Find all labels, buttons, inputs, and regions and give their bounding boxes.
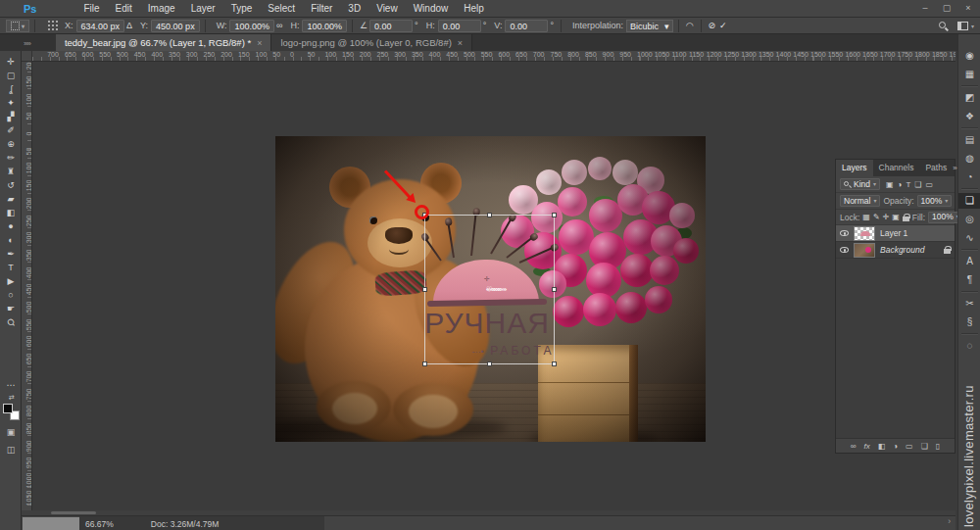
new-layer-icon[interactable]: ❏	[921, 442, 928, 451]
vertical-ruler[interactable]: 2001501005005010015020025030035040045050…	[22, 62, 32, 514]
lock-all-icon[interactable]	[903, 217, 909, 221]
filter-smart-objects-icon[interactable]: ▭	[926, 180, 934, 189]
transform-handle-bottom-middle[interactable]	[487, 361, 492, 366]
edit-toolbar-icon[interactable]: ⋯	[0, 380, 22, 390]
quick-selection-tool[interactable]: ✦	[0, 96, 22, 110]
canvas-image[interactable]: ✛ ···»»»» ♡ ««««··· РУЧНАЯ -··• РАБОТА •…	[275, 136, 706, 442]
blend-mode-dropdown[interactable]: Normal▾	[840, 195, 880, 207]
marquee-tool[interactable]: ▢	[0, 69, 22, 82]
transform-handle-top-right[interactable]	[552, 213, 557, 217]
lock-transparency-icon[interactable]: ▦	[862, 213, 870, 221]
shape-tool[interactable]: ○	[0, 288, 22, 302]
rotation-field[interactable]: 0.00	[369, 20, 413, 32]
lasso-tool[interactable]: ʆ	[0, 82, 22, 96]
zoom-level-field[interactable]: 66.67%	[85, 519, 114, 529]
transform-bounding-box[interactable]	[424, 215, 555, 364]
menu-image[interactable]: Image	[140, 0, 183, 17]
delete-layer-icon[interactable]: ▯	[936, 442, 940, 451]
tab-layers[interactable]: Layers	[836, 160, 873, 176]
dodge-tool[interactable]: ◐	[0, 233, 22, 247]
filter-adjustment-layers-icon[interactable]: ◑	[898, 180, 903, 189]
layer-row-background[interactable]: Background	[836, 242, 955, 259]
blur-tool[interactable]: ●	[0, 219, 22, 233]
crop-tool[interactable]: ▞	[0, 110, 22, 123]
type-tool[interactable]: T	[0, 261, 22, 274]
menu-view[interactable]: View	[368, 0, 406, 17]
path-selection-tool[interactable]: ▶	[0, 274, 22, 288]
layer-group-icon[interactable]: ▭	[906, 442, 913, 451]
tab-overflow-icon[interactable]: »»	[24, 39, 30, 48]
visibility-eye-icon[interactable]	[840, 230, 849, 236]
color-panel-icon[interactable]: ◉	[958, 48, 980, 64]
filter-kind-dropdown[interactable]: Kind ▾	[840, 178, 880, 190]
history-brush-tool[interactable]: ↺	[0, 178, 22, 192]
layer-thumbnail[interactable]	[854, 243, 875, 258]
paths-panel-icon[interactable]: ∿	[958, 230, 980, 246]
workspace-switcher[interactable]: ▾	[957, 22, 974, 30]
adjustment-layer-icon[interactable]: ◑	[893, 442, 898, 451]
canvas-pasteboard[interactable]: ✛ ···»»»» ♡ ««««··· РУЧНАЯ -··• РАБОТА •…	[32, 62, 956, 514]
h-skew-field[interactable]: 0.00	[438, 20, 481, 32]
healing-brush-tool[interactable]: ⊕	[0, 137, 22, 151]
timeline-panel-icon[interactable]: ✂	[958, 296, 980, 312]
eraser-tool[interactable]: ▰	[0, 192, 22, 206]
paragraph-panel-icon[interactable]: ¶	[958, 272, 980, 288]
tab-close-icon[interactable]: ×	[458, 38, 463, 48]
styles-panel-icon[interactable]: ❖	[958, 109, 980, 124]
minimize-button[interactable]: –	[919, 0, 931, 17]
eyedropper-tool[interactable]: ✐	[0, 123, 22, 137]
menu-filter[interactable]: Filter	[303, 0, 340, 17]
transform-handle-top-middle[interactable]	[487, 213, 492, 217]
lock-artboard-icon[interactable]: ▣	[892, 213, 900, 221]
character-panel-icon[interactable]: A	[958, 254, 980, 269]
filter-shape-layers-icon[interactable]: ❏	[914, 180, 921, 189]
interpolation-dropdown[interactable]: Bicubic▾	[626, 20, 673, 32]
cancel-transform-button[interactable]: ⊘	[709, 21, 716, 30]
close-button[interactable]: ×	[962, 0, 974, 17]
height-field[interactable]: 100.00%	[302, 20, 347, 32]
channels-panel-icon[interactable]: ◎	[958, 212, 980, 227]
tab-close-icon[interactable]: ×	[257, 38, 262, 48]
filter-type-layers-icon[interactable]: T	[906, 180, 910, 189]
quick-mask-button[interactable]: ▣	[0, 427, 22, 437]
scrollbar-thumb[interactable]	[51, 511, 96, 514]
layer-mask-icon[interactable]: ◧	[878, 442, 886, 451]
transform-handle-middle-left[interactable]	[422, 287, 427, 292]
link-dimensions-icon[interactable]: ∞	[276, 21, 282, 30]
x-position-field[interactable]: 634.00 px	[76, 20, 125, 32]
info-panel-icon[interactable]: ◍	[958, 151, 980, 167]
libraries-panel-icon[interactable]: ▤	[958, 132, 980, 148]
lock-position-icon[interactable]: ✛	[883, 213, 890, 221]
layer-effects-icon[interactable]: fx	[863, 442, 869, 451]
status-menu-arrow[interactable]: ›	[948, 516, 951, 526]
reference-point-locator[interactable]	[48, 21, 59, 31]
foreground-background-swatches[interactable]	[3, 404, 20, 420]
document-tab-2[interactable]: logo-png.png @ 100% (Layer 0, RGB/8#)×	[271, 34, 472, 51]
clone-stamp-tool[interactable]: ♜	[0, 165, 22, 178]
swatches-panel-icon[interactable]: ▦	[958, 67, 980, 82]
menu-type[interactable]: Type	[223, 0, 261, 17]
menu-select[interactable]: Select	[260, 0, 303, 17]
search-icon[interactable]	[939, 22, 948, 30]
maximize-button[interactable]: ▢	[941, 0, 953, 17]
commit-transform-button[interactable]: ✓	[719, 21, 727, 30]
menu-help[interactable]: Help	[456, 0, 492, 17]
screen-mode-button[interactable]: ◫	[0, 445, 22, 455]
opacity-dropdown[interactable]: 100%▾	[917, 195, 953, 207]
link-layers-icon[interactable]: ∞	[851, 442, 857, 451]
relative-position-icon[interactable]: Δ	[126, 21, 132, 30]
menu-window[interactable]: Window	[406, 0, 457, 17]
menu-edit[interactable]: Edit	[108, 0, 140, 17]
ruler-corner[interactable]	[22, 51, 32, 62]
visibility-eye-icon[interactable]	[840, 247, 849, 253]
menu-file[interactable]: File	[75, 0, 107, 17]
menu-3d[interactable]: 3D	[340, 0, 368, 17]
horizontal-ruler[interactable]: 7006506005505004504003503002502001501005…	[32, 51, 956, 62]
layers-panel-icon[interactable]: ❏	[958, 193, 980, 209]
transform-handle-bottom-right[interactable]	[552, 361, 557, 366]
v-skew-field[interactable]: 0.00	[505, 20, 548, 32]
swap-colors-icon[interactable]: ⇄	[1, 394, 23, 402]
pen-tool[interactable]: ✒	[0, 247, 22, 261]
lock-image-icon[interactable]: ✎	[873, 213, 880, 221]
warp-mode-icon[interactable]: ◠	[686, 21, 694, 30]
